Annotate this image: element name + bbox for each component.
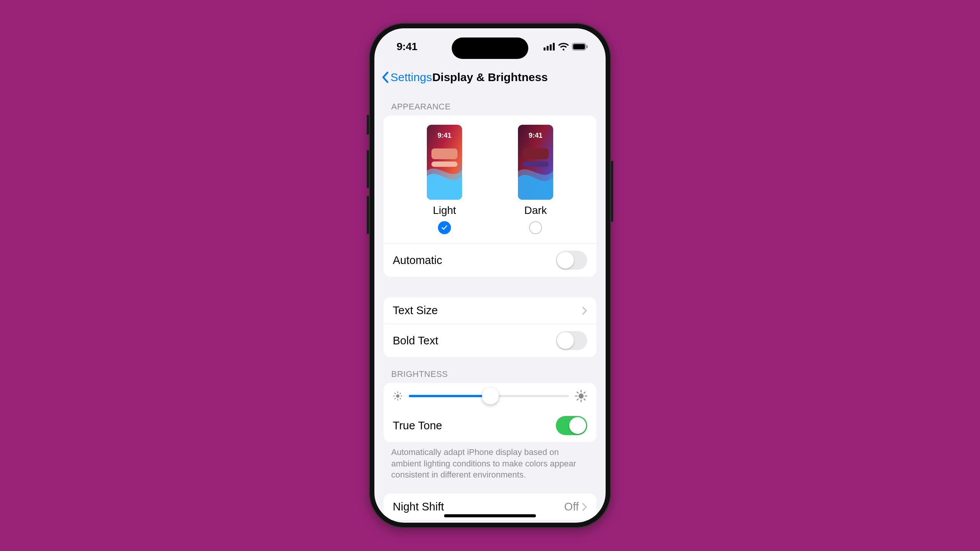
cellular-icon <box>544 43 555 51</box>
svg-line-20 <box>395 398 395 399</box>
true-tone-row: True Tone <box>384 409 596 442</box>
dynamic-island <box>452 37 528 59</box>
automatic-toggle[interactable] <box>556 251 587 270</box>
checkmark-icon <box>441 224 448 231</box>
svg-rect-3 <box>553 43 555 51</box>
svg-line-30 <box>584 392 585 393</box>
brightness-slider-row <box>384 383 596 409</box>
svg-line-29 <box>577 399 578 400</box>
svg-rect-12 <box>523 161 549 167</box>
phone-frame: 9:41 Settings Display & Brightness APPEA… <box>369 23 611 528</box>
dark-label: Dark <box>524 204 547 217</box>
brightness-card: True Tone <box>384 383 596 442</box>
text-size-row[interactable]: Text Size <box>384 297 596 324</box>
side-button <box>367 196 369 234</box>
side-button <box>367 115 369 135</box>
true-tone-note: Automatically adapt iPhone display based… <box>384 442 596 481</box>
screen: 9:41 Settings Display & Brightness APPEA… <box>374 28 606 523</box>
light-radio[interactable] <box>438 221 451 234</box>
status-icons <box>544 43 588 51</box>
appearance-card: 9:41 Light <box>384 116 596 277</box>
wifi-icon <box>558 43 569 51</box>
night-shift-label: Night Shift <box>393 500 444 513</box>
status-time: 9:41 <box>397 41 417 53</box>
side-button <box>611 161 613 222</box>
bold-text-row: Bold Text <box>384 324 596 357</box>
svg-point-13 <box>396 395 400 398</box>
svg-rect-5 <box>573 44 585 49</box>
night-shift-value: Off <box>564 500 579 513</box>
svg-line-18 <box>395 393 395 394</box>
appearance-option-dark[interactable]: 9:41 Dark <box>518 125 553 234</box>
automatic-label: Automatic <box>393 254 442 267</box>
page-title: Display & Brightness <box>432 71 548 84</box>
svg-rect-6 <box>586 45 588 48</box>
automatic-row: Automatic <box>384 243 596 277</box>
text-card: Text Size Bold Text <box>384 297 596 357</box>
text-size-label: Text Size <box>393 304 438 317</box>
thumb-time: 9:41 <box>529 132 542 140</box>
brightness-slider[interactable] <box>409 395 569 397</box>
back-button[interactable]: Settings <box>381 71 432 84</box>
chevron-left-icon <box>381 72 389 83</box>
home-indicator[interactable] <box>444 514 536 517</box>
light-thumbnail: 9:41 <box>427 125 462 200</box>
svg-point-22 <box>578 393 583 398</box>
true-tone-toggle[interactable] <box>556 416 587 435</box>
svg-line-19 <box>400 398 401 399</box>
thumb-time: 9:41 <box>438 132 451 140</box>
side-button <box>367 150 369 188</box>
section-header-brightness: BRIGHTNESS <box>384 357 596 383</box>
chevron-right-icon <box>582 503 587 511</box>
appearance-option-light[interactable]: 9:41 Light <box>427 125 462 234</box>
dark-radio[interactable] <box>529 221 542 234</box>
dark-thumbnail: 9:41 <box>518 125 553 200</box>
svg-line-27 <box>577 392 578 393</box>
light-label: Light <box>433 204 456 217</box>
nav-bar: Settings Display & Brightness <box>374 65 606 90</box>
true-tone-label: True Tone <box>393 419 442 432</box>
svg-rect-9 <box>431 161 457 167</box>
brightness-knob[interactable] <box>482 388 499 404</box>
svg-line-21 <box>400 393 401 394</box>
content: APPEARANCE <box>374 90 606 523</box>
svg-rect-0 <box>544 47 546 51</box>
svg-rect-8 <box>431 148 457 159</box>
svg-rect-1 <box>547 46 549 51</box>
bold-text-label: Bold Text <box>393 334 438 347</box>
back-label: Settings <box>390 71 432 84</box>
svg-line-28 <box>584 399 585 400</box>
svg-rect-11 <box>523 148 549 159</box>
appearance-options: 9:41 Light <box>384 116 596 243</box>
sun-large-icon <box>575 390 587 402</box>
brightness-fill <box>409 395 490 397</box>
battery-icon <box>572 43 588 51</box>
chevron-right-icon <box>582 306 587 315</box>
svg-rect-2 <box>550 44 552 51</box>
sun-small-icon <box>393 391 403 401</box>
section-header-appearance: APPEARANCE <box>384 90 596 116</box>
bold-text-toggle[interactable] <box>556 331 587 350</box>
